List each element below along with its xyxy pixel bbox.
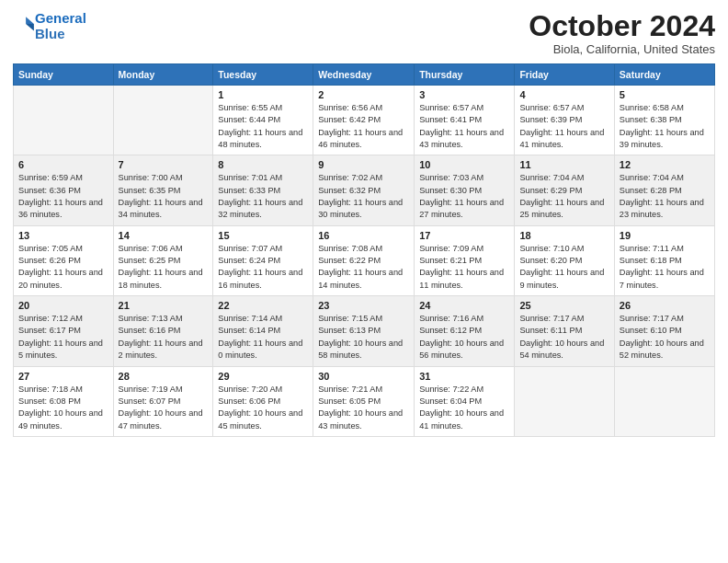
subtitle: Biola, California, United States	[529, 42, 715, 56]
day-number: 1	[218, 89, 308, 100]
logo: General Blue	[13, 11, 86, 41]
calendar-cell: 29Sunrise: 7:20 AMSunset: 6:06 PMDayligh…	[213, 366, 313, 436]
day-number: 4	[519, 89, 609, 100]
calendar-cell: 20Sunrise: 7:12 AMSunset: 6:17 PMDayligh…	[14, 296, 114, 366]
calendar-cell: 24Sunrise: 7:16 AMSunset: 6:12 PMDayligh…	[415, 296, 515, 366]
calendar-cell: 18Sunrise: 7:10 AMSunset: 6:20 PMDayligh…	[515, 225, 614, 295]
calendar-table: SundayMondayTuesdayWednesdayThursdayFrid…	[13, 63, 715, 437]
day-number: 31	[419, 371, 509, 382]
header: General Blue October 2024 Biola, Califor…	[13, 11, 715, 56]
day-info: Sunrise: 7:14 AMSunset: 6:14 PMDaylight:…	[218, 313, 308, 362]
calendar-cell	[614, 366, 714, 436]
calendar-cell: 14Sunrise: 7:06 AMSunset: 6:25 PMDayligh…	[113, 225, 213, 295]
day-number: 10	[419, 159, 509, 170]
day-info: Sunrise: 7:04 AMSunset: 6:28 PMDaylight:…	[620, 172, 710, 221]
logo-line1: General	[35, 10, 86, 26]
calendar-cell: 3Sunrise: 6:57 AMSunset: 6:41 PMDaylight…	[415, 86, 515, 155]
calendar-cell	[515, 366, 614, 436]
day-number: 20	[18, 300, 108, 311]
day-number: 15	[218, 230, 308, 241]
day-number: 21	[119, 300, 209, 311]
day-info: Sunrise: 7:07 AMSunset: 6:24 PMDaylight:…	[218, 243, 308, 292]
day-number: 14	[119, 230, 209, 241]
calendar-cell: 9Sunrise: 7:02 AMSunset: 6:32 PMDaylight…	[313, 155, 415, 225]
svg-marker-0	[26, 17, 34, 24]
day-number: 26	[620, 300, 710, 311]
day-info: Sunrise: 7:18 AMSunset: 6:08 PMDaylight:…	[18, 384, 108, 432]
calendar-cell: 26Sunrise: 7:17 AMSunset: 6:10 PMDayligh…	[614, 296, 714, 366]
calendar-cell: 2Sunrise: 6:56 AMSunset: 6:42 PMDaylight…	[313, 86, 415, 155]
calendar-cell: 16Sunrise: 7:08 AMSunset: 6:22 PMDayligh…	[313, 225, 415, 295]
day-info: Sunrise: 7:00 AMSunset: 6:35 PMDaylight:…	[119, 172, 209, 221]
day-number: 16	[318, 230, 409, 241]
day-info: Sunrise: 7:20 AMSunset: 6:06 PMDaylight:…	[218, 384, 308, 432]
page: General Blue October 2024 Biola, Califor…	[0, 0, 728, 563]
calendar-cell: 15Sunrise: 7:07 AMSunset: 6:24 PMDayligh…	[213, 225, 313, 295]
day-number: 6	[18, 159, 108, 170]
calendar-header-wednesday: Wednesday	[313, 64, 415, 86]
calendar-cell: 5Sunrise: 6:58 AMSunset: 6:38 PMDaylight…	[614, 86, 714, 155]
day-info: Sunrise: 7:13 AMSunset: 6:16 PMDaylight:…	[119, 313, 209, 362]
title-area: October 2024 Biola, California, United S…	[529, 11, 715, 56]
calendar-cell: 7Sunrise: 7:00 AMSunset: 6:35 PMDaylight…	[113, 155, 213, 225]
calendar-cell: 13Sunrise: 7:05 AMSunset: 6:26 PMDayligh…	[14, 225, 114, 295]
calendar-header-sunday: Sunday	[14, 64, 114, 86]
month-title: October 2024	[529, 11, 715, 40]
logo-text: General Blue	[35, 11, 86, 41]
calendar-header-tuesday: Tuesday	[213, 64, 313, 86]
day-info: Sunrise: 7:15 AMSunset: 6:13 PMDaylight:…	[318, 313, 409, 362]
day-number: 24	[419, 300, 509, 311]
calendar-header-monday: Monday	[113, 64, 213, 86]
day-number: 9	[318, 159, 409, 170]
calendar-cell: 21Sunrise: 7:13 AMSunset: 6:16 PMDayligh…	[113, 296, 213, 366]
calendar-week-row: 1Sunrise: 6:55 AMSunset: 6:44 PMDaylight…	[14, 86, 715, 155]
day-number: 29	[218, 371, 308, 382]
day-number: 25	[519, 300, 609, 311]
calendar-cell: 6Sunrise: 6:59 AMSunset: 6:36 PMDaylight…	[14, 155, 114, 225]
day-info: Sunrise: 7:11 AMSunset: 6:18 PMDaylight:…	[620, 243, 710, 292]
calendar-week-row: 27Sunrise: 7:18 AMSunset: 6:08 PMDayligh…	[14, 366, 715, 436]
day-info: Sunrise: 7:12 AMSunset: 6:17 PMDaylight:…	[18, 313, 108, 362]
day-info: Sunrise: 6:58 AMSunset: 6:38 PMDaylight:…	[620, 102, 710, 151]
day-info: Sunrise: 6:57 AMSunset: 6:41 PMDaylight:…	[419, 102, 509, 151]
calendar-header-saturday: Saturday	[614, 64, 714, 86]
calendar-cell: 31Sunrise: 7:22 AMSunset: 6:04 PMDayligh…	[415, 366, 515, 436]
calendar-cell: 8Sunrise: 7:01 AMSunset: 6:33 PMDaylight…	[213, 155, 313, 225]
calendar-cell	[14, 86, 114, 155]
calendar-header-friday: Friday	[515, 64, 614, 86]
calendar-cell: 30Sunrise: 7:21 AMSunset: 6:05 PMDayligh…	[313, 366, 415, 436]
svg-marker-1	[26, 23, 34, 30]
day-info: Sunrise: 7:02 AMSunset: 6:32 PMDaylight:…	[318, 172, 409, 221]
calendar-cell: 12Sunrise: 7:04 AMSunset: 6:28 PMDayligh…	[614, 155, 714, 225]
day-number: 19	[620, 230, 710, 241]
calendar-cell: 1Sunrise: 6:55 AMSunset: 6:44 PMDaylight…	[213, 86, 313, 155]
day-info: Sunrise: 6:55 AMSunset: 6:44 PMDaylight:…	[218, 102, 308, 151]
day-info: Sunrise: 7:01 AMSunset: 6:33 PMDaylight:…	[218, 172, 308, 221]
logo-icon	[15, 15, 35, 35]
day-info: Sunrise: 7:17 AMSunset: 6:11 PMDaylight:…	[519, 313, 609, 362]
logo-line2: Blue	[35, 26, 65, 41]
calendar-cell: 23Sunrise: 7:15 AMSunset: 6:13 PMDayligh…	[313, 296, 415, 366]
calendar-cell: 19Sunrise: 7:11 AMSunset: 6:18 PMDayligh…	[614, 225, 714, 295]
calendar-week-row: 6Sunrise: 6:59 AMSunset: 6:36 PMDaylight…	[14, 155, 715, 225]
day-number: 22	[218, 300, 308, 311]
day-number: 11	[519, 159, 609, 170]
calendar-cell: 10Sunrise: 7:03 AMSunset: 6:30 PMDayligh…	[415, 155, 515, 225]
calendar-cell: 25Sunrise: 7:17 AMSunset: 6:11 PMDayligh…	[515, 296, 614, 366]
calendar-cell: 28Sunrise: 7:19 AMSunset: 6:07 PMDayligh…	[113, 366, 213, 436]
day-number: 13	[18, 230, 108, 241]
day-info: Sunrise: 6:59 AMSunset: 6:36 PMDaylight:…	[18, 172, 108, 221]
calendar-cell: 4Sunrise: 6:57 AMSunset: 6:39 PMDaylight…	[515, 86, 614, 155]
calendar-cell: 17Sunrise: 7:09 AMSunset: 6:21 PMDayligh…	[415, 225, 515, 295]
day-info: Sunrise: 7:08 AMSunset: 6:22 PMDaylight:…	[318, 243, 409, 292]
day-number: 27	[18, 371, 108, 382]
day-info: Sunrise: 6:56 AMSunset: 6:42 PMDaylight:…	[318, 102, 409, 151]
day-info: Sunrise: 7:21 AMSunset: 6:05 PMDaylight:…	[318, 384, 409, 432]
day-number: 18	[519, 230, 609, 241]
day-number: 3	[419, 89, 509, 100]
day-info: Sunrise: 7:04 AMSunset: 6:29 PMDaylight:…	[519, 172, 609, 221]
day-number: 23	[318, 300, 409, 311]
day-info: Sunrise: 7:16 AMSunset: 6:12 PMDaylight:…	[419, 313, 509, 362]
day-info: Sunrise: 7:03 AMSunset: 6:30 PMDaylight:…	[419, 172, 509, 221]
day-number: 28	[119, 371, 209, 382]
